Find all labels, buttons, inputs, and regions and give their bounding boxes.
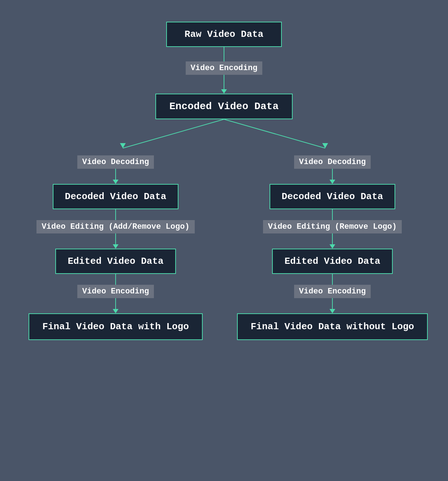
line (115, 233, 116, 244)
arrowhead (113, 309, 119, 313)
right-branch: Video Decoding Decoded Video Data Video … (224, 155, 441, 340)
final-video-node-right: Final Video Data without Logo (237, 313, 428, 340)
fork-svg (25, 119, 423, 155)
label-encoding-top: Video Encoding (186, 61, 263, 75)
label-encoding-right: Video Encoding (294, 285, 371, 298)
arrow-encoding-left: Video Encoding (77, 274, 154, 313)
arrow-raw-to-encoded: Video Encoding (186, 47, 263, 94)
line (115, 169, 116, 180)
decoded-video-node-right: Decoded Video Data (270, 184, 396, 209)
arrow-decoding-left (113, 169, 119, 184)
label-editing-right: Video Editing (Remove Logo) (263, 220, 402, 233)
line (224, 47, 224, 61)
label-encoding-left: Video Encoding (77, 285, 154, 298)
encoded-video-node: Encoded Video Data (155, 94, 293, 119)
label-decoding-right: Video Decoding (294, 155, 371, 169)
fork-container (7, 119, 441, 155)
line (115, 274, 116, 285)
branch-section: Video Decoding Decoded Video Data Video … (7, 155, 441, 340)
line (332, 274, 333, 285)
label-decoding-left: Video Decoding (77, 155, 154, 169)
arrowhead (113, 244, 119, 249)
raw-video-node: Raw Video Data (166, 22, 282, 47)
final-video-node-left: Final Video Data with Logo (29, 313, 203, 340)
svg-line-0 (123, 119, 224, 148)
line (115, 209, 116, 220)
arrowhead (221, 89, 227, 94)
line (332, 169, 333, 180)
label-editing-left: Video Editing (Add/Remove Logo) (36, 220, 194, 233)
line (115, 298, 116, 309)
arrow-encoding-right: Video Encoding (294, 274, 371, 313)
arrow-editing-right: Video Editing (Remove Logo) (263, 209, 402, 249)
edited-video-node-left: Edited Video Data (55, 249, 176, 274)
arrowhead (329, 244, 335, 249)
arrowhead (329, 180, 335, 184)
top-section: Raw Video Data Video Encoding Encoded Vi… (155, 22, 293, 119)
decoded-video-node-left: Decoded Video Data (53, 184, 179, 209)
arrow-editing-left: Video Editing (Add/Remove Logo) (36, 209, 194, 249)
line (332, 209, 333, 220)
line (224, 75, 224, 89)
edited-video-node-right: Edited Video Data (272, 249, 392, 274)
line (332, 298, 333, 309)
arrowhead (329, 309, 335, 313)
line (332, 233, 333, 244)
arrowhead (113, 180, 119, 184)
arrow-decoding-right (329, 169, 335, 184)
diagram: Raw Video Data Video Encoding Encoded Vi… (7, 22, 441, 340)
svg-line-1 (224, 119, 325, 148)
left-branch: Video Decoding Decoded Video Data Video … (7, 155, 224, 340)
